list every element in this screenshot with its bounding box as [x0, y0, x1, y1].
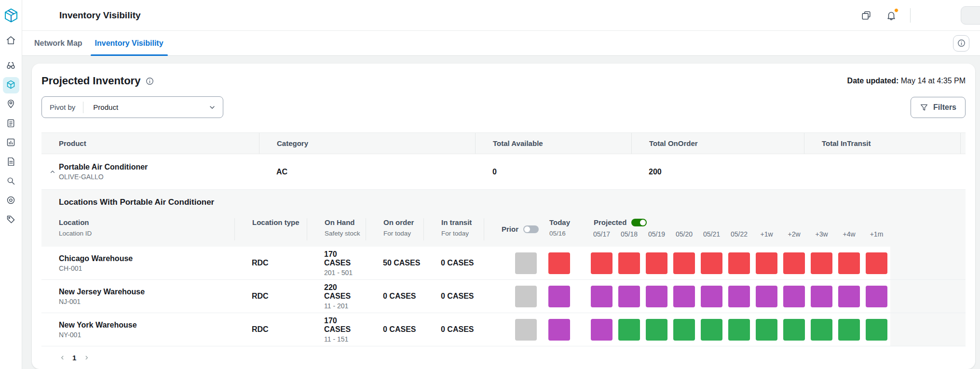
tab-bar: Network Map Inventory Visibility [22, 31, 980, 56]
projected-status-cell[interactable] [591, 286, 612, 307]
today-status-cell[interactable] [548, 286, 570, 307]
projected-status-cell[interactable] [783, 286, 805, 307]
prior-status-cell[interactable] [515, 319, 537, 341]
multi-window-button[interactable] [860, 9, 872, 22]
sidebar-item-demand-planning[interactable] [3, 58, 19, 74]
header-location-type: Location type [234, 218, 307, 240]
projected-date-label: +1m [863, 230, 890, 238]
in-transit-cell: 0 CASES [423, 280, 484, 313]
notifications-button[interactable] [885, 9, 898, 22]
projected-status-cell[interactable] [783, 252, 805, 274]
projected-status-cell[interactable] [866, 252, 887, 274]
profile-button[interactable] [961, 6, 980, 25]
app-logo[interactable] [0, 0, 22, 31]
projected-status-cell[interactable] [701, 252, 722, 274]
pivot-by-select[interactable]: Pivot by Product [41, 96, 223, 118]
sidebar-item-locations[interactable] [3, 96, 19, 113]
projected-status-cell[interactable] [811, 286, 832, 307]
map-pin-icon [6, 99, 16, 111]
projected-status-cell[interactable] [618, 252, 640, 274]
projected-status-cell[interactable] [591, 319, 612, 341]
content-area: Projected Inventory Date updated: May 14… [22, 56, 980, 369]
projected-status-cell[interactable] [618, 286, 640, 307]
projected-status-cell[interactable] [838, 286, 860, 307]
sidebar-item-analytics[interactable] [3, 135, 19, 151]
location-cell: New Jersey WarehouseNJ-001 [41, 280, 234, 313]
current-page[interactable]: 1 [72, 354, 76, 362]
projected-status-cell[interactable] [646, 252, 667, 274]
tag-icon [6, 214, 16, 226]
projected-status-cell[interactable] [783, 319, 805, 341]
projected-status-cell[interactable] [811, 252, 832, 274]
projected-status-cell[interactable] [701, 319, 722, 341]
projected-status-cell[interactable] [646, 286, 667, 307]
projected-status-cell[interactable] [838, 252, 860, 274]
projected-toggle[interactable] [631, 219, 647, 226]
projected-status-cell[interactable] [811, 319, 832, 341]
projected-status-cell[interactable] [728, 286, 750, 307]
on-hand-cell: 170 CASES11 - 151 [307, 313, 366, 346]
projected-status-cell[interactable] [673, 319, 695, 341]
page-title: Projected Inventory [41, 75, 140, 87]
projected-status-cell[interactable] [838, 319, 860, 341]
sidebar-item-orders[interactable] [3, 116, 19, 132]
prior-status-cell[interactable] [515, 252, 537, 274]
location-name: New York Warehouse [59, 321, 137, 329]
projected-status-cell[interactable] [728, 319, 750, 341]
product-row: Portable Air Conditioner OLIVE-GALLO AC … [41, 154, 966, 190]
next-page-button[interactable] [82, 353, 91, 362]
heading-info-button[interactable] [145, 77, 154, 86]
column-header-category: Category [259, 133, 475, 154]
projected-status-cell[interactable] [701, 286, 722, 307]
locations-rows: Chicago WarehouseCH-001RDC170 CASES201 -… [41, 247, 966, 346]
prior-toggle[interactable] [523, 225, 539, 233]
today-status-cell[interactable] [548, 252, 570, 274]
prior-status-cell[interactable] [515, 286, 537, 307]
sidebar-item-reports[interactable] [3, 154, 19, 171]
copy-windows-icon [861, 10, 871, 21]
location-id: NJ-001 [59, 298, 81, 305]
projected-status-cell[interactable] [756, 319, 777, 341]
projected-status-cell[interactable] [673, 252, 695, 274]
header-in-transit: In transit For today [423, 218, 484, 240]
app-window: Inventory Visibility Network Map Invento… [0, 0, 980, 369]
collapse-row-button[interactable] [47, 167, 58, 177]
projected-status-cell[interactable] [756, 286, 777, 307]
projected-status-cell[interactable] [866, 286, 887, 307]
filters-button[interactable]: Filters [911, 97, 966, 118]
location-row: New York WarehouseNY-001RDC170 CASES11 -… [41, 313, 966, 346]
projected-status-cell[interactable] [618, 319, 640, 341]
on-order-cell: 0 CASES [366, 280, 423, 313]
projected-status-cell[interactable] [673, 286, 695, 307]
projected-status-cell[interactable] [646, 319, 667, 341]
projected-status-cell[interactable] [866, 319, 887, 341]
projected-date-label: 05/19 [643, 230, 670, 238]
tab-inventory-visibility[interactable]: Inventory Visibility [89, 31, 170, 55]
sidebar-item-inventory[interactable] [3, 77, 19, 93]
in-transit-cell: 0 CASES [423, 313, 484, 346]
locations-section-title: Locations With Portable Air Conditioner [41, 190, 966, 211]
chevron-left-icon [59, 355, 66, 361]
today-status-cell[interactable] [548, 319, 570, 341]
projected-status-cell[interactable] [591, 252, 612, 274]
column-header-total-available: Total Available [475, 133, 631, 154]
sidebar-item-insights[interactable] [3, 173, 19, 190]
sidebar-item-home[interactable] [3, 33, 19, 49]
previous-page-button[interactable] [58, 353, 67, 362]
projected-status-cell[interactable] [756, 252, 777, 274]
location-id: CH-001 [59, 264, 82, 272]
projected-status-cell[interactable] [728, 252, 750, 274]
in-transit-cell: 0 CASES [423, 247, 484, 279]
tab-network-map[interactable]: Network Map [28, 31, 89, 55]
projected-date-label: +2w [780, 230, 808, 238]
page-info-button[interactable] [953, 35, 969, 52]
chevron-down-icon [208, 104, 216, 111]
sidebar-item-tags[interactable] [3, 212, 19, 228]
header-on-hand: On Hand Safety stock [307, 218, 366, 240]
pivot-by-label: Pivot by [42, 103, 83, 111]
projected-date-label: +3w [808, 230, 835, 238]
package-icon [6, 79, 16, 92]
sidebar-item-sustainability[interactable] [3, 193, 19, 209]
controls-row: Pivot by Product Filters [41, 96, 966, 118]
on-hand-cell: 220 CASES11 - 201 [307, 280, 366, 313]
